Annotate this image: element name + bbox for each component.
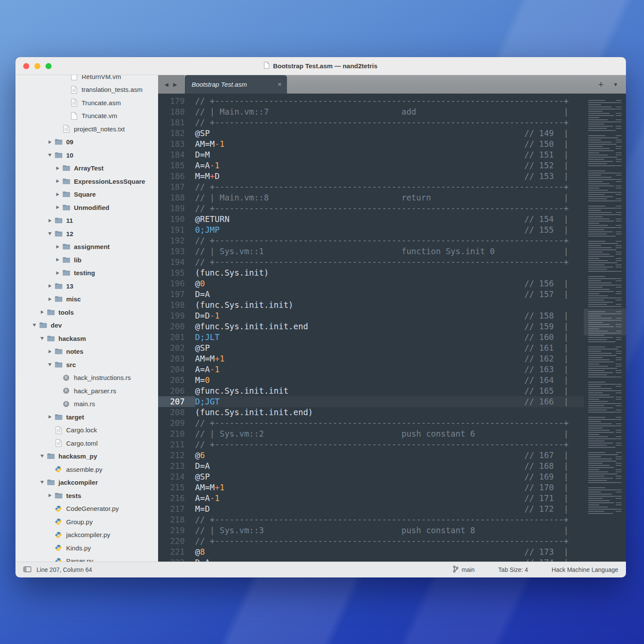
tree-folder-expressionlesssquare[interactable]: ExpressionLessSquare: [15, 175, 158, 188]
tree-file-group.py[interactable]: Group.py: [15, 515, 158, 529]
tree-file-cargo.lock[interactable]: Cargo.lock: [15, 424, 158, 437]
disclosure-expanded-icon[interactable]: [39, 337, 46, 340]
tree-folder-arraytest[interactable]: ArrayTest: [15, 162, 158, 175]
tree-folder-square[interactable]: Square: [15, 188, 158, 201]
tab-size[interactable]: Tab Size: 4: [498, 566, 528, 573]
tree-file-truncate.asm[interactable]: Truncate.asm: [15, 96, 158, 109]
tree-file-cargo.toml[interactable]: Cargo.toml: [15, 437, 158, 450]
tree-file-kinds.py[interactable]: Kinds.py: [15, 541, 158, 555]
tree-folder-notes[interactable]: notes: [15, 345, 158, 358]
code-line[interactable]: 209// +---------------------------------…: [158, 418, 584, 428]
code-line[interactable]: 199D=D-1 // 158 |: [158, 310, 584, 321]
tab-bootstrap-test-asm[interactable]: Bootstrap Test.asm ×: [185, 75, 287, 94]
sidebar-toggle-icon[interactable]: [23, 566, 31, 574]
code-line[interactable]: 192// +---------------------------------…: [158, 235, 584, 246]
disclosure-collapsed-icon[interactable]: [54, 179, 61, 183]
tree-folder-12[interactable]: 12: [15, 227, 158, 240]
code-line[interactable]: 222D=A // 174 |: [158, 557, 584, 562]
tree-file-main.rs[interactable]: Rmain.rs: [15, 398, 158, 411]
code-line[interactable]: 197D=A // 157 |: [158, 289, 584, 300]
code-line[interactable]: 211// +---------------------------------…: [158, 439, 584, 450]
tree-file-jackcompiler.py[interactable]: jackcompiler.py: [15, 529, 158, 542]
code-line[interactable]: 189// +---------------------------------…: [158, 203, 584, 214]
tree-folder-dev[interactable]: dev: [15, 319, 158, 332]
tab-overflow-icon[interactable]: ▼: [613, 82, 618, 88]
disclosure-collapsed-icon[interactable]: [46, 298, 53, 301]
disclosure-expanded-icon[interactable]: [46, 363, 53, 366]
tree-folder-testing[interactable]: testing: [15, 267, 158, 280]
tree-file-truncate.vm[interactable]: Truncate.vm: [15, 109, 158, 123]
tree-file-project8_notes.txt[interactable]: project8_notes.txt: [15, 122, 158, 136]
code-line[interactable]: 179// +---------------------------------…: [158, 96, 584, 106]
tree-folder-hackasm[interactable]: hackasm: [15, 332, 158, 345]
code-line-current[interactable]: 207D;JGT // 166 |: [158, 396, 584, 407]
tree-folder-misc[interactable]: misc: [15, 293, 158, 306]
tree-folder-jackcompiler[interactable]: jackcompiler: [15, 476, 158, 489]
disclosure-collapsed-icon[interactable]: [46, 284, 53, 288]
tree-folder-11[interactable]: 11: [15, 214, 158, 228]
code-line[interactable]: 185A=A-1 // 152 |: [158, 160, 584, 171]
disclosure-expanded-icon[interactable]: [31, 324, 38, 327]
tree-folder-unmodified[interactable]: Unmodified: [15, 201, 158, 214]
tree-folder-09[interactable]: 09: [15, 136, 158, 149]
code-line[interactable]: 221@8 // 173 |: [158, 547, 584, 557]
tree-file-returnvm.vm[interactable]: ReturnVM.vm: [15, 75, 158, 83]
tree-file-parser.py[interactable]: Parser.py: [15, 555, 158, 562]
new-tab-icon[interactable]: +: [598, 80, 604, 89]
disclosure-expanded-icon[interactable]: [46, 154, 53, 157]
code-line[interactable]: 218// +---------------------------------…: [158, 514, 584, 525]
code-line[interactable]: 205M=0 // 164 |: [158, 375, 584, 386]
disclosure-collapsed-icon[interactable]: [46, 350, 53, 353]
code-line[interactable]: 213D=A // 168 |: [158, 461, 584, 471]
code-line[interactable]: 186M=M+D // 153 |: [158, 171, 584, 182]
code-line[interactable]: 210// | Sys.vm::2 push constant 6 |: [158, 428, 584, 439]
code-line[interactable]: 203AM=M+1 // 162 |: [158, 353, 584, 364]
disclosure-collapsed-icon[interactable]: [46, 415, 53, 419]
disclosure-collapsed-icon[interactable]: [39, 310, 46, 314]
disclosure-collapsed-icon[interactable]: [54, 167, 61, 170]
tree-file-translation_tests.asm[interactable]: translation_tests.asm: [15, 83, 158, 97]
titlebar[interactable]: Bootstrap Test.asm — nand2tetris: [15, 57, 626, 75]
code-line[interactable]: 215AM=M+1 // 170 |: [158, 482, 584, 493]
code-line[interactable]: 181// +---------------------------------…: [158, 117, 584, 128]
disclosure-expanded-icon[interactable]: [39, 481, 46, 484]
syntax-selector[interactable]: Hack Machine Language: [552, 566, 618, 573]
close-tab-icon[interactable]: ×: [274, 80, 282, 89]
sidebar[interactable]: ReturnVM.vmtranslation_tests.asmTruncate…: [15, 75, 158, 562]
code-line[interactable]: 184D=M // 151 |: [158, 149, 584, 160]
code-line[interactable]: 187// +---------------------------------…: [158, 182, 584, 192]
code-line[interactable]: 198(func.Sys.init.init): [158, 300, 584, 310]
disclosure-collapsed-icon[interactable]: [54, 206, 61, 209]
tree-file-codegenerator.py[interactable]: CodeGenerator.py: [15, 502, 158, 516]
tree-folder-10[interactable]: 10: [15, 149, 158, 162]
code-line[interactable]: 212@6 // 167 |: [158, 450, 584, 461]
disclosure-expanded-icon[interactable]: [46, 232, 53, 235]
tree-folder-hackasm_py[interactable]: hackasm_py: [15, 450, 158, 463]
tree-file-hack_instructions.rs[interactable]: Rhack_instructions.rs: [15, 371, 158, 385]
code-line[interactable]: 180// | Main.vm::7 add |: [158, 106, 584, 117]
minimap[interactable]: [584, 94, 626, 562]
disclosure-collapsed-icon[interactable]: [46, 219, 53, 222]
code-line[interactable]: 202@SP // 161 |: [158, 343, 584, 353]
code-line[interactable]: 195(func.Sys.init): [158, 267, 584, 278]
tree-folder-lib[interactable]: lib: [15, 253, 158, 267]
code-line[interactable]: 194// +---------------------------------…: [158, 257, 584, 267]
code-line[interactable]: 216A=A-1 // 171 |: [158, 493, 584, 504]
code-line[interactable]: 214@SP // 169 |: [158, 471, 584, 482]
tree-file-hack_parser.rs[interactable]: Rhack_parser.rs: [15, 384, 158, 398]
code-line[interactable]: 193// | Sys.vm::1 function Sys.init 0 |: [158, 246, 584, 257]
disclosure-collapsed-icon[interactable]: [46, 494, 53, 497]
tree-folder-src[interactable]: src: [15, 358, 158, 371]
code-line[interactable]: 200@func.Sys.init.init.end // 159 |: [158, 321, 584, 332]
prev-tab-icon[interactable]: ◀: [165, 82, 168, 88]
code-line[interactable]: 219// | Sys.vm::3 push constant 8 |: [158, 525, 584, 536]
code-line[interactable]: 183AM=M-1 // 150 |: [158, 139, 584, 149]
code-line[interactable]: 196@0 // 156 |: [158, 278, 584, 289]
zoom-window-button[interactable]: [46, 63, 52, 69]
code-line[interactable]: 201D;JLT // 160 |: [158, 332, 584, 343]
code-line[interactable]: 204A=A-1 // 163 |: [158, 364, 584, 375]
tree-file-assemble.py[interactable]: assemble.py: [15, 463, 158, 476]
code-line[interactable]: 208(func.Sys.init.init.end): [158, 407, 584, 418]
close-window-button[interactable]: [23, 63, 29, 69]
disclosure-expanded-icon[interactable]: [39, 455, 46, 458]
